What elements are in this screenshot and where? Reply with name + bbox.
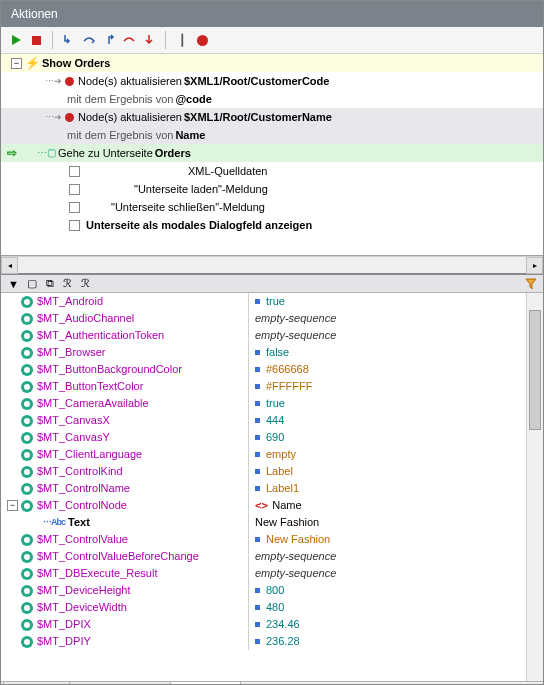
inspect-icon[interactable]: ℛ: [79, 277, 92, 290]
var-value: Label1: [266, 480, 299, 497]
title-bar: Aktionen: [1, 1, 543, 27]
variable-row[interactable]: $MT_CameraAvailabletrue: [1, 395, 543, 412]
var-value: 236.28: [266, 633, 300, 650]
variable-row[interactable]: −$MT_ControlNode<>Name: [1, 497, 543, 514]
breakpoint-icon[interactable]: [195, 33, 209, 47]
goto-param: Orders: [155, 145, 191, 161]
variable-row[interactable]: $MT_DPIY236.28: [1, 633, 543, 650]
separator: [165, 31, 166, 49]
bullet-icon: [255, 401, 260, 406]
step-red-icon[interactable]: [122, 33, 136, 47]
global-icon: [21, 602, 33, 614]
tree-row[interactable]: ⋯➔ Node(s) aktualisieren $XML1/Root/Cust…: [1, 108, 543, 126]
collapse-icon[interactable]: −: [11, 58, 22, 69]
variable-row[interactable]: $MT_Browserfalse: [1, 344, 543, 361]
tree-root-row[interactable]: − ⚡ Show Orders: [1, 54, 543, 72]
var-name: $MT_ControlName: [37, 480, 130, 497]
var-name: $MT_DBExecute_Result: [37, 565, 157, 582]
stop-icon[interactable]: [29, 33, 43, 47]
step-over-icon[interactable]: [82, 33, 96, 47]
variable-row[interactable]: ⋯AbcTextNew Fashion: [1, 514, 543, 531]
variable-row[interactable]: $MT_ClientLanguageempty: [1, 446, 543, 463]
variable-row[interactable]: $MT_CanvasY690: [1, 429, 543, 446]
var-value: 480: [266, 599, 284, 616]
window-title: Aktionen: [11, 7, 58, 21]
global-icon: [21, 534, 33, 546]
dropdown-icon[interactable]: ▼: [7, 277, 20, 290]
play-icon[interactable]: [9, 33, 23, 47]
var-value: #666668: [266, 361, 309, 378]
var-value: empty-sequence: [255, 327, 336, 344]
var-value: New Fashion: [266, 531, 330, 548]
opt-label: "Unterseite laden"-Meldung: [134, 181, 268, 197]
global-icon: [21, 568, 33, 580]
variable-row[interactable]: $MT_ButtonBackgroundColor#666668: [1, 361, 543, 378]
var-value: New Fashion: [255, 514, 319, 531]
tree-sub-row[interactable]: mit dem Ergebnis von Name: [1, 126, 543, 144]
var-value: Name: [272, 497, 301, 514]
global-icon: [21, 296, 33, 308]
filter-icon[interactable]: [524, 277, 537, 290]
tree-option-row[interactable]: XML-Quelldaten: [1, 162, 543, 180]
var-value: empty-sequence: [255, 548, 336, 565]
horizontal-scrollbar[interactable]: ◂ ▸: [1, 256, 543, 273]
copy-icon[interactable]: ⧉: [43, 277, 56, 290]
variable-row[interactable]: $MT_DPIX234.46: [1, 616, 543, 633]
global-icon: [21, 636, 33, 648]
clipboard-icon[interactable]: ▢: [25, 277, 38, 290]
checkbox[interactable]: [69, 166, 80, 177]
page-icon: ⋯▢: [37, 145, 56, 161]
variables-grid: $MT_Androidtrue$MT_AudioChannelempty-seq…: [1, 293, 543, 681]
tree-option-row[interactable]: "Unterseite laden"-Meldung: [1, 180, 543, 198]
variable-row[interactable]: $MT_DeviceWidth480: [1, 599, 543, 616]
variable-row[interactable]: $MT_DeviceHeight800: [1, 582, 543, 599]
variable-row[interactable]: $MT_CanvasX444: [1, 412, 543, 429]
step-out-icon[interactable]: [102, 33, 116, 47]
var-name: $MT_AudioChannel: [37, 310, 134, 327]
variable-row[interactable]: $MT_ControlKindLabel: [1, 463, 543, 480]
opt-label: "Unterseite schließen"-Meldung: [111, 199, 265, 215]
bar-icon[interactable]: ┃: [175, 33, 189, 47]
variables-toolbar: ▼ ▢ ⧉ ℛ ℛ: [1, 275, 543, 293]
variable-row[interactable]: $MT_ButtonTextColor#FFFFFF: [1, 378, 543, 395]
step-into-icon[interactable]: [62, 33, 76, 47]
checkbox[interactable]: [69, 184, 80, 195]
var-value: 690: [266, 429, 284, 446]
tree-current-row[interactable]: ⇨ ⋯▢ Gehe zu Unterseite Orders: [1, 144, 543, 162]
bullet-icon: [255, 452, 260, 457]
tree-sub-row[interactable]: mit dem Ergebnis von @code: [1, 90, 543, 108]
global-icon: [21, 449, 33, 461]
variable-row[interactable]: $MT_ControlValueNew Fashion: [1, 531, 543, 548]
checkbox[interactable]: [69, 202, 80, 213]
variable-row[interactable]: $MT_ControlNameLabel1: [1, 480, 543, 497]
global-icon: [21, 483, 33, 495]
variable-row[interactable]: $MT_AuthenticationTokenempty-sequence: [1, 327, 543, 344]
variable-row[interactable]: $MT_Androidtrue: [1, 293, 543, 310]
vertical-scrollbar[interactable]: [526, 293, 543, 681]
variable-row[interactable]: $MT_DBExecute_Resultempty-sequence: [1, 565, 543, 582]
tree-row[interactable]: ⋯➔ Node(s) aktualisieren $XML1/Root/Cust…: [1, 72, 543, 90]
var-name: $MT_DeviceHeight: [37, 582, 131, 599]
scroll-right-icon[interactable]: ▸: [526, 257, 543, 274]
bullet-icon: [255, 469, 260, 474]
variable-row[interactable]: $MT_ControlValueBeforeChangeempty-sequen…: [1, 548, 543, 565]
search-icon[interactable]: ℛ: [61, 277, 74, 290]
global-icon: [21, 466, 33, 478]
expand-icon[interactable]: −: [7, 500, 18, 511]
tree-option-row[interactable]: "Unterseite schließen"-Meldung: [1, 198, 543, 216]
var-name: $MT_DPIX: [37, 616, 91, 633]
svg-marker-3: [526, 279, 536, 289]
bullet-icon: [255, 350, 260, 355]
variable-row[interactable]: $MT_AudioChannelempty-sequence: [1, 310, 543, 327]
action-param: $XML1/Root/CustomerCode: [184, 73, 329, 89]
tree-option-row[interactable]: Unterseite als modales Dialogfeld anzeig…: [1, 216, 543, 234]
breakpoint-dot-icon: [65, 113, 74, 122]
var-name: $MT_ControlNode: [37, 497, 127, 514]
var-name: $MT_AuthenticationToken: [37, 327, 164, 344]
checkbox[interactable]: [69, 220, 80, 231]
breakpoint-dot-icon: [65, 77, 74, 86]
step-down-icon[interactable]: [142, 33, 156, 47]
var-name: $MT_Browser: [37, 344, 105, 361]
opt-label: Unterseite als modales Dialogfeld anzeig…: [86, 217, 312, 233]
scroll-left-icon[interactable]: ◂: [1, 257, 18, 274]
